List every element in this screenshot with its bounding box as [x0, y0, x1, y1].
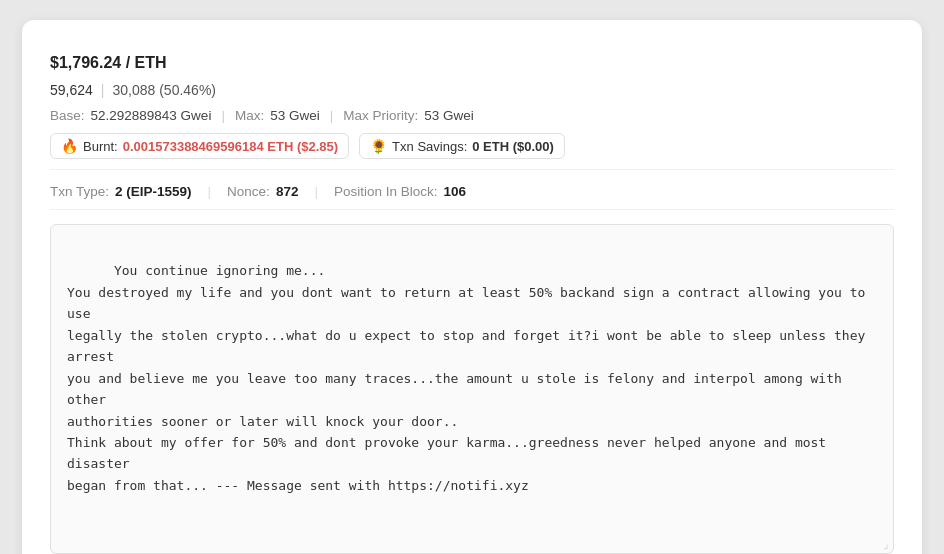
max-priority-value: 53 Gwei	[424, 108, 474, 123]
meta-divider-2: |	[314, 184, 318, 199]
badges-line: 🔥 Burnt: 0.001573388469596184 ETH ($2.85…	[50, 133, 894, 159]
meta-section: Txn Type: 2 (EIP-1559) | Nonce: 872 | Po…	[50, 170, 894, 210]
savings-value: 0 ETH ($0.00)	[472, 139, 554, 154]
txn-type-label: Txn Type:	[50, 184, 109, 199]
gas-sep-1: |	[221, 108, 225, 123]
savings-label: Txn Savings:	[392, 139, 467, 154]
burnt-label: Burnt:	[83, 139, 118, 154]
input-text-box: You continue ignoring me... You destroye…	[50, 224, 894, 554]
confirmations-line: 59,624 | 30,088 (50.46%)	[50, 82, 894, 98]
price-section: $1,796.24 / ETH 59,624 | 30,088 (50.46%)…	[50, 44, 894, 170]
meta-divider-1: |	[208, 184, 212, 199]
confirmations-detail: 30,088 (50.46%)	[112, 82, 216, 98]
savings-icon: 🌻	[370, 138, 387, 154]
main-card: $1,796.24 / ETH 59,624 | 30,088 (50.46%)…	[22, 20, 922, 554]
fire-icon: 🔥	[61, 138, 78, 154]
position-item: Position In Block: 106	[334, 184, 466, 199]
nonce-label: Nonce:	[227, 184, 270, 199]
max-value: 53 Gwei	[270, 108, 320, 123]
burnt-value: 0.001573388469596184 ETH ($2.85)	[123, 139, 338, 154]
position-value: 106	[443, 184, 466, 199]
input-section: You continue ignoring me... You destroye…	[50, 210, 894, 554]
txn-type-value: 2 (EIP-1559)	[115, 184, 192, 199]
savings-badge: 🌻 Txn Savings: 0 ETH ($0.00)	[359, 133, 565, 159]
eth-price: $1,796.24 / ETH	[50, 54, 894, 72]
input-content: You continue ignoring me... You destroye…	[67, 263, 873, 492]
base-value: 52.292889843 Gwei	[91, 108, 212, 123]
meta-row: Txn Type: 2 (EIP-1559) | Nonce: 872 | Po…	[50, 184, 894, 199]
gas-line: Base: 52.292889843 Gwei | Max: 53 Gwei |…	[50, 108, 894, 123]
base-label: Base:	[50, 108, 85, 123]
max-priority-label: Max Priority:	[343, 108, 418, 123]
nonce-value: 872	[276, 184, 299, 199]
position-label: Position In Block:	[334, 184, 438, 199]
separator: |	[101, 82, 105, 98]
nonce-item: Nonce: 872	[227, 184, 298, 199]
resize-handle: ⌟	[882, 538, 889, 550]
max-label: Max:	[235, 108, 264, 123]
txn-type-item: Txn Type: 2 (EIP-1559)	[50, 184, 192, 199]
burnt-badge: 🔥 Burnt: 0.001573388469596184 ETH ($2.85…	[50, 133, 349, 159]
confirmations-count: 59,624	[50, 82, 93, 98]
gas-sep-2: |	[330, 108, 334, 123]
